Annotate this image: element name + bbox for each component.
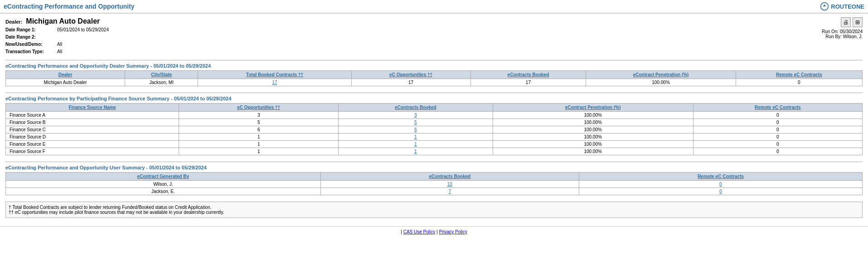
date-range-2-row: Date Range 2: xyxy=(5,34,109,41)
col-fs-ec-opp-link[interactable]: eC Opportunities †† xyxy=(237,105,280,110)
routeone-logo-icon xyxy=(820,2,829,11)
col-remote-ec-link[interactable]: Remote eC Contracts xyxy=(776,72,822,77)
table-row: Finance Source D 1 1 100.00% 0 xyxy=(6,134,863,141)
total-booked-cell: 17 xyxy=(198,79,351,86)
fs-ec-opp-cell: 1 xyxy=(179,141,339,148)
fs-ec-opp-cell: 1 xyxy=(179,134,339,141)
col-econtracts-booked: eContracts Booked xyxy=(470,71,586,79)
fs-ec-pen-cell: 100.00% xyxy=(493,112,693,119)
col-user: eContract Generated By xyxy=(6,173,321,181)
run-by-label: Run By: xyxy=(825,34,842,39)
fs-remote-cell: 0 xyxy=(693,119,862,126)
table-row: Finance Source E 1 1 100.00% 0 xyxy=(6,141,863,148)
run-on-label: Run On: xyxy=(822,29,839,34)
table-row: Michigan Auto Dealer Jackson, MI 17 17 1… xyxy=(6,79,863,86)
fs-ec-booked-link[interactable]: 3 xyxy=(414,113,417,118)
table-row: Finance Source A 3 3 100.00% 0 xyxy=(6,112,863,119)
dealer-info: Dealer: Michigan Auto Dealer Date Range … xyxy=(5,17,109,55)
fs-ec-booked-cell: 1 xyxy=(338,134,493,141)
user-ec-booked-link[interactable]: 7 xyxy=(449,189,451,194)
col-ec-opp-link[interactable]: eC Opportunities †† xyxy=(389,72,432,77)
table-row: Finance Source B 5 5 100.00% 0 xyxy=(6,119,863,126)
run-by-value: Wilson, J. xyxy=(843,34,863,39)
ec-booked-cell: 17 xyxy=(470,79,586,86)
fs-ec-booked-link[interactable]: 5 xyxy=(414,120,417,125)
total-booked-link[interactable]: 17 xyxy=(272,80,277,85)
user-remote-link[interactable]: 0 xyxy=(719,189,722,194)
col-dealer-link[interactable]: Dealer xyxy=(58,72,73,77)
date-range-1-label: Date Range 1: xyxy=(5,26,55,34)
col-finance-source-name-link[interactable]: Finance Source Name xyxy=(68,105,116,110)
transaction-type-row: Transaction Type: All xyxy=(5,48,109,55)
grid-icon-button[interactable]: ⊞ xyxy=(853,17,863,27)
new-used-row: New/Used/Demo: All xyxy=(5,41,109,48)
page-footer: | CAS Use Policy | Privacy Policy xyxy=(0,226,868,237)
finance-source-name-cell: Finance Source B xyxy=(6,119,179,126)
col-fs-ec-pen-link[interactable]: eContract Penetration (%) xyxy=(565,105,621,110)
footnotes: † Total Booked Contracts are subject to … xyxy=(5,202,863,218)
transaction-type-value: All xyxy=(57,48,62,55)
col-fs-ec-booked-link[interactable]: eContracts Booked xyxy=(395,105,436,110)
col-user-ec-booked-link[interactable]: eContracts Booked xyxy=(429,174,470,179)
finance-source-name-cell: Finance Source E xyxy=(6,141,179,148)
main-content: Dealer: Michigan Auto Dealer Date Range … xyxy=(0,14,868,222)
col-user-ec-booked: eContracts Booked xyxy=(320,173,579,181)
fs-ec-opp-cell: 3 xyxy=(179,112,339,119)
fs-remote-cell: 0 xyxy=(693,134,862,141)
col-ec-penetration-link[interactable]: eContract Penetration (%) xyxy=(633,72,689,77)
table-row: Finance Source C 6 6 100.00% 0 xyxy=(6,126,863,134)
ec-opp-cell: 17 xyxy=(351,79,470,86)
col-city-state: City/State xyxy=(125,71,198,79)
dealer-summary-section: eContracting Performance and Opportunity… xyxy=(5,60,863,86)
finance-summary-header-row: Finance Source Name eC Opportunities †† … xyxy=(6,104,863,112)
col-total-booked: Total Booked Contracts †† xyxy=(198,71,351,79)
user-summary-section: eContracting Performance and Opportunity… xyxy=(5,162,863,195)
date-range-1-value: 05/01/2024 to 05/29/2024 xyxy=(57,26,109,34)
fs-ec-booked-cell: 1 xyxy=(338,141,493,148)
user-remote-link[interactable]: 0 xyxy=(719,182,722,187)
routeone-logo: ROUTEONE xyxy=(820,2,864,11)
ec-pen-cell: 100.00% xyxy=(586,79,736,86)
print-icon-button[interactable]: 🖨 xyxy=(841,17,851,27)
fs-ec-pen-cell: 100.00% xyxy=(493,119,693,126)
user-cell: Wilson, J. xyxy=(6,181,321,188)
col-user-remote: Remote eC Contracts xyxy=(579,173,863,181)
user-remote-cell: 0 xyxy=(579,188,863,195)
fs-ec-opp-cell: 6 xyxy=(179,126,339,134)
user-cell: Jackson, E. xyxy=(6,188,321,195)
col-ec-penetration: eContract Penetration (%) xyxy=(586,71,736,79)
fs-ec-booked-cell: 1 xyxy=(338,148,493,155)
fs-ec-booked-link[interactable]: 1 xyxy=(414,149,417,154)
fs-ec-booked-link[interactable]: 6 xyxy=(414,127,417,132)
col-ec-opp: eC Opportunities †† xyxy=(351,71,470,79)
fs-ec-booked-cell: 3 xyxy=(338,112,493,119)
col-total-booked-link[interactable]: Total Booked Contracts †† xyxy=(246,72,303,77)
city-state-cell: Jackson, MI xyxy=(125,79,198,86)
col-fs-remote-link[interactable]: Remote eC Contracts xyxy=(755,105,801,110)
col-econtracts-booked-link[interactable]: eContracts Booked xyxy=(508,72,549,77)
user-ec-booked-link[interactable]: 10 xyxy=(447,182,452,187)
col-city-state-link[interactable]: City/State xyxy=(151,72,172,77)
col-fs-ec-booked: eContracts Booked xyxy=(338,104,493,112)
dealer-summary-title: eContracting Performance and Opportunity… xyxy=(5,60,863,69)
finance-source-name-cell: Finance Source D xyxy=(6,134,179,141)
user-summary-header-row: eContract Generated By eContracts Booked… xyxy=(6,173,863,181)
user-remote-cell: 0 xyxy=(579,181,863,188)
table-row: Finance Source F 1 1 100.00% 0 xyxy=(6,148,863,155)
col-user-link[interactable]: eContract Generated By xyxy=(137,174,189,179)
dealer-summary-header-row: Dealer City/State Total Booked Contracts… xyxy=(6,71,863,79)
fs-ec-booked-link[interactable]: 1 xyxy=(414,134,417,139)
cas-use-policy-link[interactable]: CAS Use Policy xyxy=(403,229,436,234)
table-row: Wilson, J. 10 0 xyxy=(6,181,863,188)
col-user-remote-link[interactable]: Remote eC Contracts xyxy=(698,174,744,179)
fs-ec-booked-link[interactable]: 1 xyxy=(414,142,417,147)
finance-summary-section: eContracting Performance by Participatin… xyxy=(5,93,863,155)
fs-ec-opp-cell: 5 xyxy=(179,119,339,126)
finance-source-name-cell: Finance Source C xyxy=(6,126,179,134)
page-title: eContracting Performance and Opportunity xyxy=(4,3,135,10)
col-fs-remote: Remote eC Contracts xyxy=(693,104,862,112)
table-row: Jackson, E. 7 0 xyxy=(6,188,863,195)
privacy-policy-link[interactable]: Privacy Policy xyxy=(439,229,467,234)
finance-summary-title: eContracting Performance by Participatin… xyxy=(5,93,863,101)
fs-remote-cell: 0 xyxy=(693,126,862,134)
